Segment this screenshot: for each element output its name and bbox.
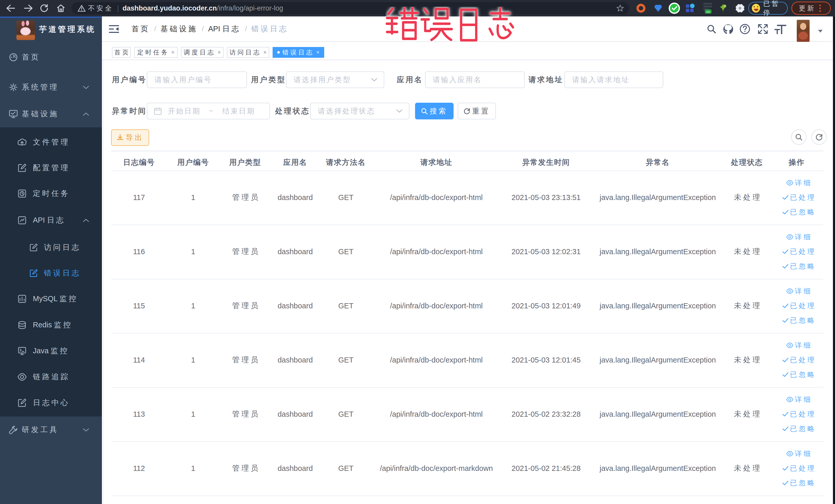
svg-text:on: on — [707, 10, 710, 14]
